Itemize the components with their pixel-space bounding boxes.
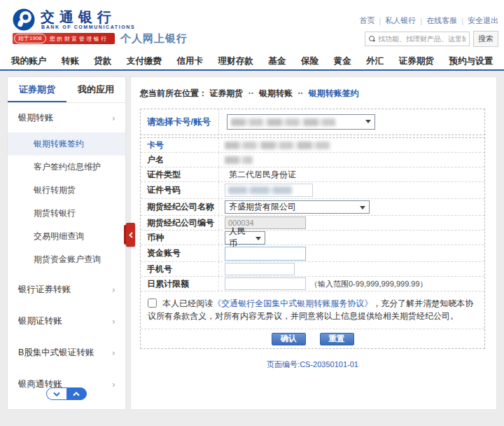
chevron-right-icon: › [112, 113, 115, 123]
masked-id-number [228, 186, 293, 194]
id-type-text: 第二代居民身份证 [229, 169, 296, 181]
chevron-up-icon [73, 392, 80, 397]
chevron-right-icon: › [112, 316, 115, 327]
link-logout[interactable]: 安全退出 [468, 15, 498, 26]
breadcrumb-prefix: 您当前所在位置： [140, 88, 207, 98]
page-id: 页面编号:CS-20350101-01 [140, 359, 485, 370]
search-input[interactable]: 找功能、找理财产品、这里输入。 [365, 32, 470, 46]
agreement-row: 本人已经阅读《交通银行全国集中式银期转账服务协议》，充分了解并清楚知晓本协议所有… [141, 291, 484, 329]
row-id-number: 证件号码 [141, 182, 484, 199]
card-number-select[interactable] [227, 114, 375, 130]
sidebar-item-signing[interactable]: 银期转账签约 [8, 132, 125, 156]
brand-banner: 始于1908 您的财富管理银行 [13, 33, 115, 44]
nav-item-funds[interactable]: 基金 [268, 55, 286, 67]
tab-my-applications[interactable]: 我的应用 [66, 77, 125, 102]
chevron-right-icon: › [112, 284, 115, 295]
search-placeholder: 找功能、找理财产品、这里输入。 [378, 34, 465, 44]
currency-select[interactable]: 人民币 [225, 231, 265, 245]
search-icon [369, 36, 375, 42]
daily-limit-input[interactable] [225, 277, 306, 290]
search-button[interactable]: 搜索 [473, 31, 498, 47]
sidebar: 证券期货 我的应用 银期转账 › 银期转账签约 客户签约信息维护 银行转期货 期… [7, 76, 126, 410]
breadcrumb-current: 银期转账签约 [309, 88, 359, 98]
row-account-name: 户名 [141, 153, 484, 167]
breadcrumb-securities-futures[interactable]: 证券期货 [209, 88, 243, 98]
brand-name-cn: 交通银行 [41, 8, 116, 27]
top-links: 首页| 私人银行| 在线客服| 安全退出 [359, 15, 498, 26]
currency-value: 人民币 [229, 226, 252, 249]
link-home[interactable]: 首页 [359, 15, 374, 26]
tab-securities-futures[interactable]: 证券期货 [8, 77, 66, 102]
row-card-number: 卡号 [141, 138, 484, 153]
nav-item-wealth-deposits[interactable]: 理财存款 [218, 55, 253, 67]
row-daily-limit: 日累计限额 （输入范围0-99,999,999,999.99） [141, 277, 484, 291]
main-nav: 我的账户 转账 贷款 支付缴费 信用卡 理财存款 基金 保险 黄金 外汇 证券期… [0, 53, 504, 71]
main-content: 您当前所在位置： 证券期货 ·· 银期转账 ·· 银期转账签约 请选择卡号/账号… [130, 76, 497, 410]
breadcrumb: 您当前所在位置： 证券期货 ·· 银期转账 ·· 银期转账签约 [131, 77, 496, 99]
row-currency: 币种 人民币 [141, 231, 484, 245]
button-row: 确认 重置 [141, 329, 484, 348]
agreement-checkbox[interactable] [148, 298, 157, 308]
sidebar-group-bank-futures-transfer[interactable]: 银期转账 › [8, 103, 125, 132]
nav-item-payments[interactable]: 支付缴费 [127, 55, 162, 67]
chevron-left-icon [129, 232, 133, 238]
masked-card-number [231, 118, 336, 126]
scroll-down-button[interactable] [46, 387, 66, 400]
nav-item-gold[interactable]: 黄金 [334, 55, 351, 67]
bocom-logo-icon [13, 8, 35, 31]
sidebar-item-bank-to-futures[interactable]: 银行转期货 [8, 179, 125, 202]
nav-item-appointments-settings[interactable]: 预约与设置 [449, 55, 493, 67]
broker-name-select[interactable]: 齐盛期货有限公司 [225, 200, 370, 214]
chevron-down-icon [53, 392, 60, 397]
sidebar-item-signing-info-maintenance[interactable]: 客户签约信息维护 [8, 156, 125, 179]
nav-item-transfer[interactable]: 转账 [62, 55, 79, 67]
row-broker-code: 期货经纪公司编号 [141, 216, 484, 231]
portal-title: 个人网上银行 [120, 32, 188, 46]
masked-card-number-value [225, 142, 331, 149]
sidebar-item-transaction-detail-query[interactable]: 交易明细查询 [8, 225, 125, 248]
breadcrumb-bank-futures-transfer[interactable]: 银期转账 [259, 88, 293, 98]
sidebar-item-futures-to-bank[interactable]: 期货转银行 [8, 202, 125, 225]
row-broker-name: 期货经纪公司名称 齐盛期货有限公司 [141, 199, 484, 216]
link-online-service[interactable]: 在线客服 [426, 15, 457, 26]
mobile-input[interactable] [225, 263, 295, 275]
daily-limit-hint: （输入范围0-99,999,999,999.99） [310, 279, 428, 289]
sidebar-item-futures-account-query[interactable]: 期货资金账户查询 [8, 248, 125, 271]
sidebar-group-bank-futures-securities[interactable]: 银期证转账 › [8, 305, 125, 337]
link-private-banking[interactable]: 私人银行 [385, 15, 416, 26]
nav-item-my-accounts[interactable]: 我的账户 [11, 55, 46, 67]
reset-button[interactable]: 重置 [320, 333, 354, 345]
nav-item-securities-futures[interactable]: 证券期货 [399, 55, 434, 67]
agreement-text-prefix: 本人已经阅读 [162, 298, 213, 308]
confirm-button[interactable]: 确认 [272, 333, 306, 345]
chevron-right-icon: › [112, 379, 115, 390]
broker-name-value: 齐盛期货有限公司 [229, 201, 296, 213]
nav-item-forex[interactable]: 外汇 [366, 55, 384, 67]
id-number-box [225, 184, 313, 197]
row-mobile: 手机号 [141, 262, 484, 277]
agreement-link[interactable]: 《交通银行全国集中式银期转账服务协议》 [213, 298, 372, 308]
card-selector-label: 请选择卡号/账号 [141, 109, 219, 135]
row-id-type: 证件类型 第二代居民身份证 [141, 167, 484, 182]
scroll-up-button[interactable] [66, 387, 88, 400]
card-selector-row: 请选择卡号/账号 [140, 109, 485, 135]
nav-item-credit-card[interactable]: 信用卡 [177, 55, 204, 67]
form-table: 卡号 户名 证件类型 第二代居民身份证 证件号码 期货经纪公司名称 [140, 137, 485, 349]
row-fund-account: 资金账号 [141, 245, 484, 262]
sidebar-group-bshare-centralized[interactable]: B股集中式银证转账 › [8, 337, 125, 369]
nav-item-insurance[interactable]: 保险 [301, 55, 318, 67]
signing-form: 请选择卡号/账号 卡号 户名 证件类型 第二代居民身份证 证件号码 [140, 109, 485, 370]
sidebar-pager [46, 387, 87, 400]
masked-account-name [225, 156, 253, 164]
brand-slogan: 您的财富管理银行 [50, 35, 108, 43]
badge-year: 始于1908 [14, 34, 46, 43]
sidebar-group-bank-securities-transfer[interactable]: 银行证券转账 › [8, 274, 125, 305]
sidebar-sublist: 银期转账签约 客户签约信息维护 银行转期货 期货转银行 交易明细查询 期货资金账… [8, 132, 125, 274]
nav-item-loans[interactable]: 贷款 [94, 55, 111, 67]
header: 交通银行 BANK OF COMMUNICATIONS 始于1908 您的财富管… [0, 0, 504, 53]
chevron-right-icon: › [112, 348, 115, 358]
sidebar-collapse-tab[interactable] [126, 223, 135, 247]
sidebar-tabs: 证券期货 我的应用 [8, 77, 125, 103]
brand-name-en: BANK OF COMMUNICATIONS [41, 25, 135, 29]
search-area: 找功能、找理财产品、这里输入。 搜索 [365, 31, 498, 47]
